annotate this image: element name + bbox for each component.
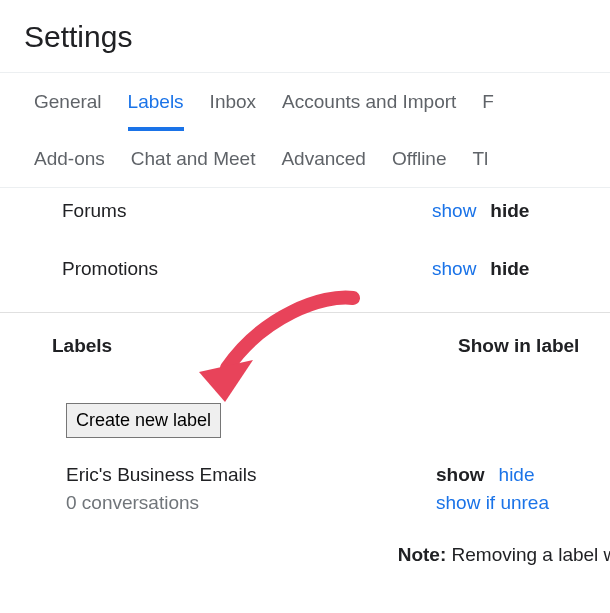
category-row-forums: Forums show hide [0, 188, 610, 246]
note-body: Removing a label will [446, 544, 610, 565]
tab-advanced[interactable]: Advanced [281, 130, 366, 188]
tab-offline[interactable]: Offline [392, 130, 447, 188]
tab-truncated-1[interactable]: F [482, 73, 494, 131]
hide-selected[interactable]: hide [490, 258, 529, 280]
settings-tabs: General Labels Inbox Accounts and Import… [0, 73, 610, 188]
tab-accounts-import[interactable]: Accounts and Import [282, 73, 456, 131]
page-title: Settings [0, 0, 610, 72]
show-link[interactable]: show [432, 200, 476, 222]
show-selected[interactable]: show [436, 464, 485, 486]
tab-truncated-2[interactable]: Tl [473, 130, 489, 188]
labels-heading: Labels [52, 335, 458, 357]
tab-chat-meet[interactable]: Chat and Meet [131, 130, 256, 188]
create-new-label-button[interactable]: Create new label [66, 403, 221, 438]
note-text: Note: Removing a label will [330, 506, 610, 566]
category-name: Forums [62, 200, 432, 222]
show-link[interactable]: show [432, 258, 476, 280]
category-row-promotions: Promotions show hide [0, 246, 610, 304]
labels-section-header: Labels Show in label [0, 312, 610, 357]
column-header-show-in-label: Show in label [458, 335, 579, 357]
hide-selected[interactable]: hide [490, 200, 529, 222]
category-name: Promotions [62, 258, 432, 280]
tab-addons[interactable]: Add-ons [34, 130, 105, 188]
settings-content: Forums show hide Promotions show hide La… [0, 188, 610, 514]
tab-labels[interactable]: Labels [128, 73, 184, 131]
tab-general[interactable]: General [34, 73, 102, 131]
label-row: Eric's Business Emails 0 conversations s… [0, 450, 610, 514]
note-prefix: Note: [398, 544, 447, 565]
tab-inbox[interactable]: Inbox [210, 73, 256, 131]
hide-link[interactable]: hide [499, 464, 535, 486]
label-name: Eric's Business Emails [66, 464, 436, 486]
